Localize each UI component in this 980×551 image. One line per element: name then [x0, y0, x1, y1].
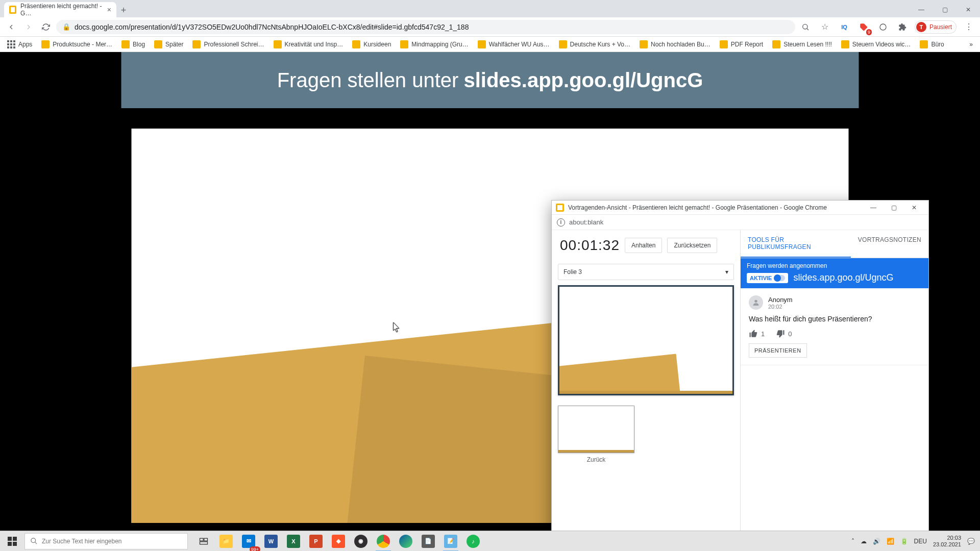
folder-icon	[559, 40, 567, 48]
presentation-viewport: Fragen stellen unter slides.app.goo.gl/U…	[0, 52, 980, 533]
bookmark-item[interactable]: Kursideen	[349, 38, 394, 51]
word-app-icon[interactable]: W	[260, 531, 282, 552]
folder-icon	[121, 40, 130, 48]
presenter-left-pane: 00:01:32 Anhalten Zurücksetzen Folie 3 ▾…	[552, 230, 741, 536]
input-language[interactable]: DEU	[914, 538, 927, 545]
browser-tab[interactable]: Präsentieren leicht gemacht! - G… ×	[4, 2, 116, 17]
qa-toggle[interactable]: AKTIVIE	[747, 273, 788, 283]
bookmark-item[interactable]: Später	[151, 38, 186, 51]
current-slide-thumbnail[interactable]	[558, 285, 734, 395]
mail-app-icon[interactable]: ✉99+	[238, 531, 259, 552]
popup-address-bar[interactable]: i about:blank	[552, 215, 928, 230]
brave-app-icon[interactable]: ◆	[328, 531, 349, 552]
present-question-button[interactable]: PRÄSENTIEREN	[749, 343, 807, 358]
wifi-icon[interactable]: 📶	[887, 538, 894, 545]
browser-toolbar: 🔒 docs.google.com/presentation/d/1yV372S…	[0, 17, 980, 37]
bookmark-item[interactable]: Steuern Videos wic…	[838, 38, 914, 51]
question-author: Anonym	[768, 296, 793, 304]
window-minimize-icon[interactable]: —	[910, 2, 933, 17]
window-close-icon[interactable]: ✕	[957, 2, 980, 17]
popup-maximize-icon[interactable]: ▢	[884, 201, 904, 215]
site-info-icon[interactable]: i	[557, 218, 565, 227]
folder-icon	[841, 40, 849, 48]
extension-badge: 9	[866, 29, 872, 35]
notepad-app-icon[interactable]: 📝	[440, 531, 461, 552]
bookmark-item[interactable]: Deutsche Kurs + Vo…	[556, 38, 633, 51]
bookmark-item[interactable]: Noch hochladen Bu…	[636, 38, 714, 51]
prev-slide-thumbnail[interactable]: Zurück	[558, 406, 634, 464]
edge-app-icon[interactable]	[395, 531, 416, 552]
address-bar[interactable]: 🔒 docs.google.com/presentation/d/1yV372S…	[56, 20, 795, 34]
system-tray: ˄ ☁ 🔊 📶 🔋 DEU 20:03 23.02.2021 💬	[846, 535, 980, 548]
bookmarks-overflow-icon[interactable]: »	[966, 39, 976, 50]
taskbar-search[interactable]: Zur Suche Text hier eingeben	[24, 533, 188, 549]
zoom-icon[interactable]	[798, 20, 813, 34]
file-explorer-icon[interactable]: 📁	[215, 531, 237, 552]
bookmark-star-icon[interactable]: ☆	[818, 20, 832, 34]
bookmark-item[interactable]: Kreativität und Insp…	[271, 38, 347, 51]
presentation-timer: 00:01:32	[560, 237, 620, 254]
nav-forward-icon[interactable]	[21, 20, 36, 34]
extension-circle-icon[interactable]	[876, 20, 890, 34]
slides-favicon-icon	[9, 6, 16, 14]
nav-reload-icon[interactable]	[39, 20, 53, 34]
extension-iq-icon[interactable]: IQ	[837, 20, 851, 34]
spotify-app-icon[interactable]: ♪	[462, 531, 484, 552]
nav-back-icon[interactable]	[4, 20, 18, 34]
timer-reset-button[interactable]: Zurücksetzen	[667, 238, 717, 253]
thumbs-down-icon	[776, 329, 785, 338]
search-icon	[30, 537, 38, 545]
tab-title: Präsentieren leicht gemacht! - G…	[20, 3, 103, 17]
profile-paused-pill[interactable]: T Pausiert	[915, 20, 957, 34]
bookmark-item[interactable]: Steuern Lesen !!!!	[769, 38, 835, 51]
tab-audience-tools[interactable]: TOOLS FÜR PUBLIKUMSFRAGEN	[741, 230, 851, 258]
tray-time: 20:03	[933, 535, 961, 541]
bookmark-item[interactable]: PDF Report	[717, 38, 766, 51]
popup-minimize-icon[interactable]: —	[863, 201, 884, 215]
bookmark-item[interactable]: Produktsuche - Mer…	[38, 38, 115, 51]
task-view-icon[interactable]	[193, 531, 214, 552]
obs-app-icon[interactable]: ◉	[350, 531, 372, 552]
clock[interactable]: 20:03 23.02.2021	[933, 535, 961, 548]
qa-status-text: Fragen werden angenommen	[747, 262, 922, 269]
onedrive-icon[interactable]: ☁	[861, 538, 867, 545]
folder-icon	[640, 40, 648, 48]
tray-chevron-icon[interactable]: ˄	[851, 538, 854, 545]
downvote-button[interactable]: 0	[776, 329, 792, 338]
upvote-button[interactable]: 1	[749, 329, 765, 338]
svg-point-3	[31, 538, 36, 543]
slide-selector[interactable]: Folie 3 ▾	[558, 264, 734, 280]
start-button[interactable]	[0, 531, 24, 552]
extension-tag-icon[interactable]: 9	[856, 20, 871, 34]
extensions-puzzle-icon[interactable]	[895, 20, 910, 34]
svg-rect-4	[200, 538, 204, 541]
bookmark-item[interactable]: Professionell Schrei…	[189, 38, 267, 51]
window-maximize-icon[interactable]: ▢	[933, 2, 957, 17]
popup-close-icon[interactable]: ✕	[904, 201, 924, 215]
chrome-menu-icon[interactable]: ⋮	[962, 20, 976, 34]
excel-app-icon[interactable]: X	[283, 531, 304, 552]
toggle-switch-icon	[774, 275, 785, 281]
apps-shortcut[interactable]: Apps	[4, 38, 35, 51]
action-center-icon[interactable]: 💬	[967, 538, 975, 545]
battery-icon[interactable]: 🔋	[900, 538, 908, 545]
volume-icon[interactable]: 🔊	[873, 538, 880, 545]
audience-qa-banner: Fragen stellen unter slides.app.goo.gl/U…	[121, 52, 859, 108]
chrome-app-icon[interactable]	[373, 531, 394, 552]
folder-icon	[478, 40, 486, 48]
windows-taskbar: Zur Suche Text hier eingeben 📁 ✉99+ W X …	[0, 531, 980, 551]
tab-speaker-notes[interactable]: VORTRAGSNOTIZEN	[851, 230, 928, 258]
bookmark-item[interactable]: Blog	[118, 38, 148, 51]
reader-app-icon[interactable]: 📄	[418, 531, 439, 552]
folder-icon	[352, 40, 360, 48]
bookmark-item[interactable]: Büro	[917, 38, 947, 51]
new-tab-button[interactable]: +	[116, 3, 131, 17]
bookmark-item[interactable]: Mindmapping (Gru…	[397, 38, 471, 51]
powerpoint-app-icon[interactable]: P	[305, 531, 327, 552]
site-info-icon[interactable]: 🔒	[62, 23, 70, 31]
bookmark-item[interactable]: Wahlfächer WU Aus…	[475, 38, 553, 51]
timer-pause-button[interactable]: Anhalten	[625, 238, 662, 253]
tab-close-icon[interactable]: ×	[107, 6, 111, 13]
presenter-right-pane: TOOLS FÜR PUBLIKUMSFRAGEN VORTRAGSNOTIZE…	[741, 230, 928, 536]
popup-titlebar[interactable]: Vortragenden-Ansicht - Präsentieren leic…	[552, 201, 928, 215]
